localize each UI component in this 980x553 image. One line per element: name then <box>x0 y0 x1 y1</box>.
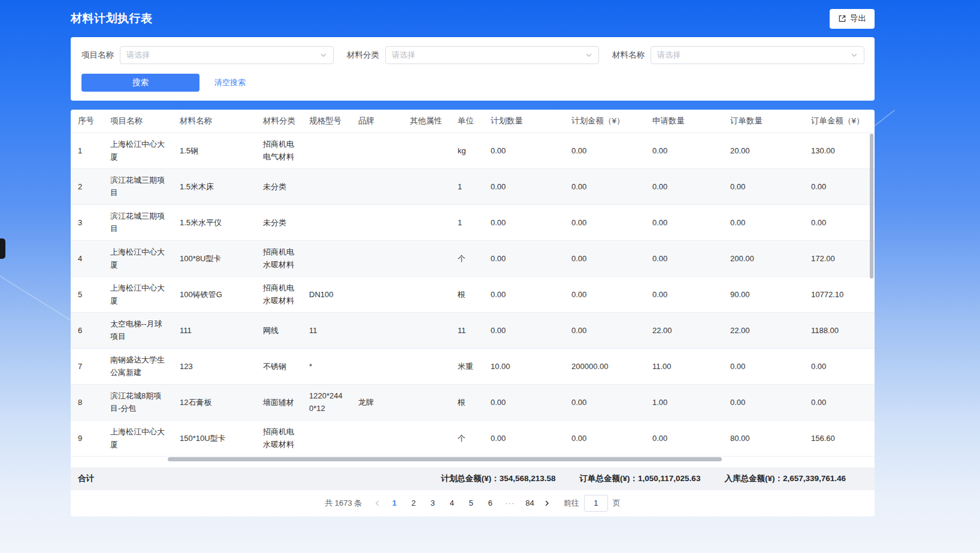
select-placeholder: 请选择 <box>126 50 150 61</box>
table-cell: 不锈钢 <box>256 348 302 384</box>
table-cell: 111 <box>173 312 256 348</box>
table-cell: 0.00 <box>645 204 723 240</box>
select-placeholder: 请选择 <box>392 50 415 61</box>
table-cell: 0.00 <box>723 204 804 240</box>
table-cell: 0.00 <box>723 348 804 384</box>
table-cell: 上海松江中心大厦 <box>103 276 173 312</box>
table-cell: 0.00 <box>483 168 564 204</box>
table-cell: 滨江花城8期项目-分包 <box>103 384 173 420</box>
materials-table: 序号 项目名称 材料名称 材料分类 规格型号 品牌 其他属性 单位 计划数量 计… <box>71 110 875 457</box>
table-row[interactable]: 3滨江花城三期项目1.5米水平仪未分类10.000.000.000.000.00 <box>71 204 875 240</box>
table-cell <box>302 240 351 276</box>
filter-panel: 项目名称 请选择 材料分类 请选择 材料名称 <box>71 37 875 101</box>
table-row[interactable]: 8滨江花城8期项目-分包12石膏板墙面辅材1220*2440*12龙牌根0.00… <box>71 384 875 420</box>
table-cell: 招商机电水暖材料 <box>256 240 302 276</box>
export-icon <box>838 14 846 23</box>
table-cell: 0.00 <box>564 240 645 276</box>
table-cell: 3 <box>71 204 103 240</box>
next-page-button[interactable] <box>540 500 554 507</box>
page-button-4[interactable]: 4 <box>444 495 459 512</box>
column-header: 材料名称 <box>173 110 256 132</box>
material-category-select[interactable]: 请选择 <box>385 46 599 64</box>
table-cell: 0.00 <box>483 384 564 420</box>
table-row[interactable]: 9上海松江中心大厦150*10U型卡招商机电水暖材料个0.000.000.008… <box>71 420 875 456</box>
table-cell: 1188.00 <box>804 312 875 348</box>
table-row[interactable]: 5上海松江中心大厦100铸铁管G招商机电水暖材料DN100根0.000.000.… <box>71 276 875 312</box>
page-button-84[interactable]: 84 <box>522 495 537 512</box>
table-cell <box>302 168 351 204</box>
table-cell: 11.00 <box>645 348 723 384</box>
project-name-select[interactable]: 请选择 <box>120 46 334 64</box>
planned-total-label: 计划总金额(¥)： <box>441 474 500 483</box>
page-button-3[interactable]: 3 <box>425 495 440 512</box>
main-content: 材料计划执行表 导出 项目名称 请选择 <box>71 0 875 516</box>
table-row[interactable]: 6太空电梯--月球项目111网线11110.000.0022.0022.0011… <box>71 312 875 348</box>
page-button-2[interactable]: 2 <box>406 495 421 512</box>
material-name-select[interactable]: 请选择 <box>651 46 864 64</box>
export-button[interactable]: 导出 <box>830 9 875 29</box>
table-cell: 未分类 <box>256 204 302 240</box>
prev-page-button[interactable] <box>370 500 385 507</box>
planned-total: 计划总金额(¥)：354,568,213.58 <box>441 473 555 484</box>
table-cell: 个 <box>450 420 483 456</box>
table-row[interactable]: 2滨江花城三期项目1.5米木床未分类10.000.000.000.000.00 <box>71 168 875 204</box>
table-cell: 80.00 <box>723 420 804 456</box>
table-cell: 太空电梯--月球项目 <box>103 312 173 348</box>
table-cell: 156.60 <box>804 420 875 456</box>
table-cell <box>403 204 450 240</box>
table-cell: 2 <box>71 168 103 204</box>
table-cell <box>351 204 403 240</box>
column-header: 序号 <box>71 110 103 132</box>
table-cell <box>351 168 403 204</box>
table-cell <box>302 132 351 168</box>
table-row[interactable]: 1上海松江中心大厦1.5钢招商机电电气材料kg0.000.000.0020.00… <box>71 132 875 168</box>
table-cell: DN100 <box>302 276 351 312</box>
column-header: 单位 <box>450 110 483 132</box>
table-cell <box>403 276 450 312</box>
table-cell: 米重 <box>450 348 483 384</box>
horizontal-scrollbar-thumb[interactable] <box>168 457 722 461</box>
page-ellipsis[interactable]: ··· <box>501 495 518 512</box>
column-header: 计划金额（¥） <box>564 110 645 132</box>
table-cell: kg <box>450 132 483 168</box>
page-button-1[interactable]: 1 <box>386 495 402 512</box>
table-cell: 0.00 <box>483 204 564 240</box>
page-button-6[interactable]: 6 <box>482 495 498 512</box>
goto-page-input[interactable] <box>584 495 608 512</box>
data-table-card: 序号 项目名称 材料名称 材料分类 规格型号 品牌 其他属性 单位 计划数量 计… <box>71 110 875 516</box>
table-cell: 1220*2440*12 <box>302 384 351 420</box>
table-cell: 0.00 <box>564 384 645 420</box>
table-cell <box>403 168 450 204</box>
table-cell <box>403 132 450 168</box>
table-cell: 0.00 <box>483 240 564 276</box>
table-cell: 4 <box>71 240 103 276</box>
table-cell <box>302 420 351 456</box>
table-cell <box>351 420 403 456</box>
clear-search-link[interactable]: 清空搜索 <box>214 77 246 88</box>
table-row[interactable]: 7南钢盛达大学生公寓新建123不锈钢*米重10.00200000.0011.00… <box>71 348 875 384</box>
page-button-5[interactable]: 5 <box>463 495 479 512</box>
table-cell: 上海松江中心大厦 <box>103 420 173 456</box>
table-row[interactable]: 4上海松江中心大厦100*8U型卡招商机电水暖材料个0.000.000.0020… <box>71 240 875 276</box>
table-cell: 150*10U型卡 <box>173 420 256 456</box>
table-cell: 滨江花城三期项目 <box>103 168 173 204</box>
table-cell: 9 <box>71 420 103 456</box>
search-button[interactable]: 搜索 <box>81 74 199 92</box>
pagination: 共 1673 条 123456···84 前往 页 <box>71 490 875 516</box>
side-drawer-handle[interactable] <box>0 238 5 259</box>
table-cell: 0.00 <box>564 204 645 240</box>
table-cell: 上海松江中心大厦 <box>103 240 173 276</box>
table-cell: 根 <box>450 384 483 420</box>
table-cell: 7 <box>71 348 103 384</box>
table-cell: 200000.00 <box>564 348 645 384</box>
table-cell: 11 <box>450 312 483 348</box>
table-cell <box>403 240 450 276</box>
vertical-scrollbar[interactable] <box>870 134 873 279</box>
table-cell: 0.00 <box>483 132 564 168</box>
table-cell: * <box>302 348 351 384</box>
table-cell: 网线 <box>256 312 302 348</box>
table-cell: 未分类 <box>256 168 302 204</box>
page-unit-label: 页 <box>613 498 621 509</box>
horizontal-scrollbar[interactable] <box>71 457 875 463</box>
table-cell: 90.00 <box>723 276 804 312</box>
